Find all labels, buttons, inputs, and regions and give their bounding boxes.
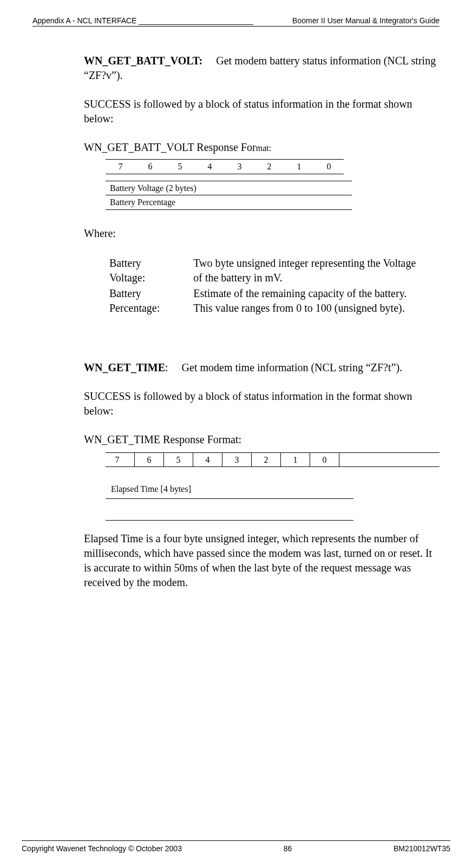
field-batt-voltage-label: Battery Voltage: — [109, 256, 192, 285]
batt-volt-success-text: SUCCESS is followed by a block of status… — [84, 97, 440, 126]
get-time-success-text: SUCCESS is followed by a block of status… — [84, 389, 440, 418]
bit-col-0: 0 — [310, 453, 339, 467]
bit-col-4: 4 — [193, 453, 222, 467]
field-batt-percentage-label: Battery Percentage: — [109, 286, 192, 315]
elapsed-time-row: Elapsed Time [4 bytes] — [106, 467, 353, 499]
field-batt-voltage-desc: Two byte unsigned integer representing t… — [193, 256, 438, 285]
footer-page-number: 86 — [284, 844, 292, 853]
batt-volt-data-table: Battery Voltage (2 bytes) Battery Percen… — [106, 181, 352, 210]
field-batt-percentage-desc: Estimate of the remaining capacity of th… — [193, 286, 438, 315]
header-separator: _______________________________ — [139, 16, 252, 25]
batt-voltage-row: Battery Voltage (2 bytes) — [106, 181, 352, 195]
bit-col-5: 5 — [164, 453, 193, 467]
batt-volt-intro: WN_GET_BATT_VOLT: Get modem battery stat… — [84, 54, 440, 83]
table-row: Battery Voltage: Two byte unsigned integ… — [109, 256, 438, 285]
elapsed-time-explanation: Elapsed Time is a four byte unsigned int… — [84, 531, 440, 590]
bit-col-4: 4 — [195, 160, 225, 174]
batt-volt-format-label-suffix: mat: — [256, 143, 271, 153]
where-label: Where: — [84, 226, 440, 241]
get-time-cmd-desc: Get modem time information (NCL string “… — [182, 361, 403, 373]
bit-col-3: 3 — [222, 453, 252, 467]
batt-volt-cmd-name: WN_GET_BATT_VOLT: — [84, 55, 202, 67]
batt-volt-format-label-row: WN_GET_BATT_VOLT Response Format: — [84, 140, 440, 155]
bit-col-3: 3 — [225, 160, 254, 174]
bit-col-1: 1 — [284, 160, 314, 174]
empty-row — [106, 499, 353, 521]
page-header: Appendix A - NCL INTERFACE _____________… — [32, 16, 440, 27]
batt-volt-format-label: WN_GET_BATT_VOLT Response For — [84, 141, 256, 153]
bit-col-6: 6 — [135, 453, 164, 467]
page-footer: Copyright Wavenet Technology © October 2… — [22, 840, 450, 853]
bit-col-5: 5 — [165, 160, 195, 174]
bit-col-1: 1 — [281, 453, 310, 467]
header-left-container: Appendix A - NCL INTERFACE _____________… — [32, 16, 255, 25]
get-time-intro: WN_GET_TIME: Get modem time information … — [84, 360, 440, 375]
bit-col-0: 0 — [314, 160, 344, 174]
header-appendix-label: Appendix A - NCL INTERFACE — [32, 16, 136, 25]
bit-col-2: 2 — [252, 453, 281, 467]
table-row: Battery Voltage (2 bytes) — [106, 181, 352, 195]
get-time-bit-row: 7 6 5 4 3 2 1 0 — [106, 452, 440, 468]
batt-volt-bit-header-table: 7 6 5 4 3 2 1 0 — [106, 159, 344, 174]
footer-copyright: Copyright Wavenet Technology © October 2… — [22, 844, 182, 853]
bit-col-7: 7 — [106, 453, 135, 467]
bit-col-2: 2 — [254, 160, 284, 174]
table-row: Battery Percentage: Estimate of the rema… — [109, 286, 438, 315]
footer-doc-id: BM210012WT35 — [394, 844, 450, 853]
batt-volt-field-table: Battery Voltage: Two byte unsigned integ… — [108, 255, 440, 317]
header-guide-title: Boomer II User Manual & Integrator's Gui… — [292, 16, 440, 25]
get-time-cmd-name: WN_GET_TIME — [84, 361, 165, 373]
table-row: Battery Percentage — [106, 195, 352, 210]
table-row: 7 6 5 4 3 2 1 0 — [106, 160, 344, 174]
bit-col-7: 7 — [106, 160, 135, 174]
get-time-format-label: WN_GET_TIME Response Format: — [84, 432, 440, 447]
get-time-cmd-colon: : — [165, 361, 168, 373]
get-time-table: 7 6 5 4 3 2 1 0 Elapsed Time [4 bytes] — [106, 452, 440, 521]
bit-col-6: 6 — [135, 160, 165, 174]
batt-percentage-row: Battery Percentage — [106, 195, 352, 210]
